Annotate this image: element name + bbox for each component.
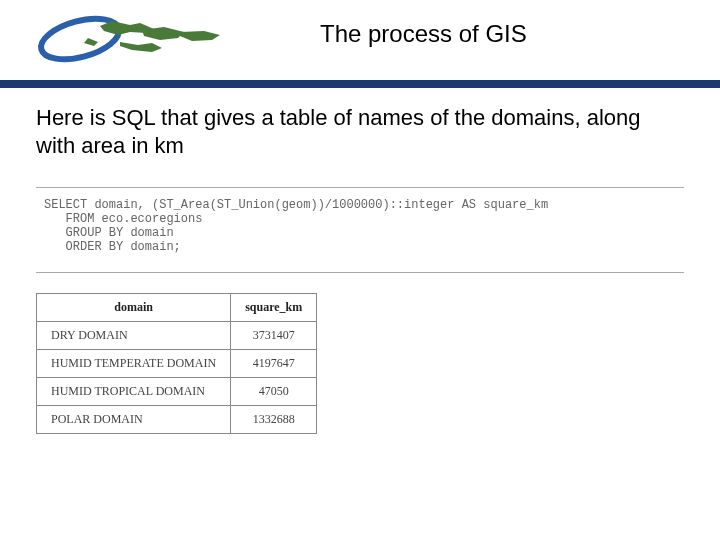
result-table: domain square_km DRY DOMAIN 3731407 HUMI… <box>36 293 317 434</box>
cell-square-km: 47050 <box>231 378 317 406</box>
table-row: POLAR DOMAIN 1332688 <box>37 406 317 434</box>
sql-code-block: SELECT domain, (ST_Area(ST_Union(geom))/… <box>36 187 684 273</box>
slide: The process of GIS Here is SQL that give… <box>0 0 720 540</box>
title-separator-bar <box>0 80 720 88</box>
table-row: DRY DOMAIN 3731407 <box>37 322 317 350</box>
cell-domain: HUMID TEMPERATE DOMAIN <box>37 350 231 378</box>
sql-line: GROUP BY domain <box>44 226 174 240</box>
table-row: HUMID TROPICAL DOMAIN 47050 <box>37 378 317 406</box>
cell-domain: POLAR DOMAIN <box>37 406 231 434</box>
cell-square-km: 1332688 <box>231 406 317 434</box>
cell-square-km: 4197647 <box>231 350 317 378</box>
sql-line: ORDER BY domain; <box>44 240 181 254</box>
col-header-domain: domain <box>37 294 231 322</box>
cell-domain: HUMID TROPICAL DOMAIN <box>37 378 231 406</box>
sql-line: FROM eco.ecoregions <box>44 212 202 226</box>
globe-logo <box>30 8 230 70</box>
cell-domain: DRY DOMAIN <box>37 322 231 350</box>
sql-line: SELECT domain, (ST_Area(ST_Union(geom))/… <box>44 198 548 212</box>
svg-point-0 <box>37 11 124 66</box>
intro-text: Here is SQL that gives a table of names … <box>36 104 684 159</box>
slide-header: The process of GIS <box>0 0 720 80</box>
table-header-row: domain square_km <box>37 294 317 322</box>
cell-square-km: 3731407 <box>231 322 317 350</box>
slide-title: The process of GIS <box>320 20 527 48</box>
col-header-square-km: square_km <box>231 294 317 322</box>
table-row: HUMID TEMPERATE DOMAIN 4197647 <box>37 350 317 378</box>
slide-body: Here is SQL that gives a table of names … <box>36 104 684 434</box>
